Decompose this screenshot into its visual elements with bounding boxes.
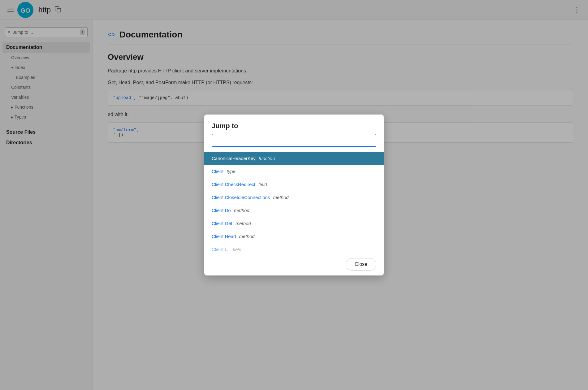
result-name-2: Client.CheckRedirect <box>212 182 255 187</box>
result-kind-2: field <box>258 182 267 187</box>
modal-search-input[interactable] <box>212 134 376 147</box>
result-name-3: Client.CloseIdleConnections <box>212 195 270 200</box>
jump-to-modal: Jump to CanonicalHeaderKey function Clie… <box>204 115 384 275</box>
result-kind-4: method <box>234 208 249 213</box>
result-kind-7: field <box>233 247 242 252</box>
modal-results-list: CanonicalHeaderKey function Client type … <box>204 152 384 253</box>
result-kind-1: type <box>227 169 236 174</box>
result-name-0: CanonicalHeaderKey <box>212 156 256 161</box>
result-kind-6: method <box>239 234 255 239</box>
result-name-1: Client <box>212 169 223 174</box>
result-kind-3: method <box>273 195 289 200</box>
modal-result-1[interactable]: Client type <box>204 165 384 178</box>
modal-result-4[interactable]: Client.Do method <box>204 204 384 217</box>
modal-header: Jump to <box>204 115 384 152</box>
modal-result-0[interactable]: CanonicalHeaderKey function <box>204 152 384 165</box>
result-kind-5: method <box>236 221 251 226</box>
close-button[interactable]: Close <box>346 258 376 271</box>
result-kind-0: function <box>259 156 275 161</box>
modal-footer: Close <box>204 253 384 275</box>
result-name-4: Client.Do <box>212 208 231 213</box>
result-name-6: Client.Head <box>212 234 236 239</box>
result-name-7: Client.l... <box>212 247 230 252</box>
modal-overlay[interactable]: Jump to CanonicalHeaderKey function Clie… <box>0 0 588 390</box>
modal-result-3[interactable]: Client.CloseIdleConnections method <box>204 191 384 204</box>
modal-result-7[interactable]: Client.l... field <box>204 243 384 253</box>
modal-result-2[interactable]: Client.CheckRedirect field <box>204 178 384 191</box>
modal-result-6[interactable]: Client.Head method <box>204 230 384 243</box>
result-name-5: Client.Get <box>212 221 232 226</box>
modal-result-5[interactable]: Client.Get method <box>204 217 384 230</box>
modal-title: Jump to <box>212 122 376 130</box>
